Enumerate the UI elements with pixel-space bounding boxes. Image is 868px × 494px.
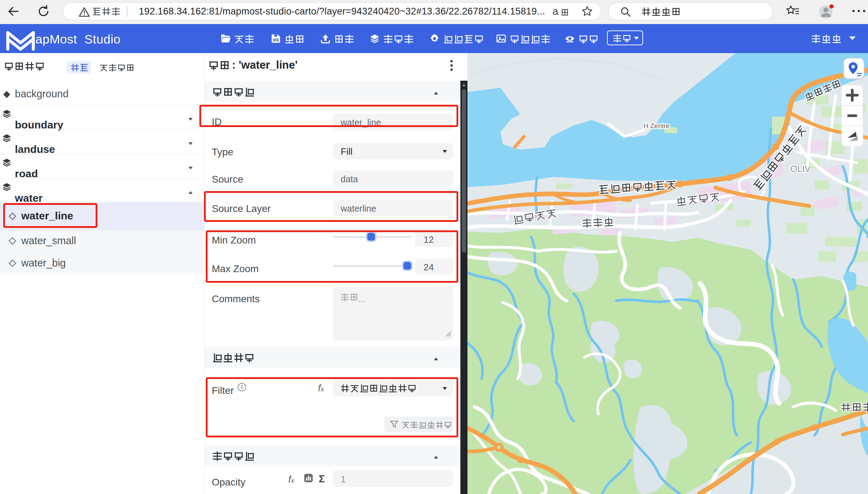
svg-text:OLIV: OLIV bbox=[790, 164, 811, 174]
svg-text:H Zentre: H Zentre bbox=[643, 122, 670, 130]
